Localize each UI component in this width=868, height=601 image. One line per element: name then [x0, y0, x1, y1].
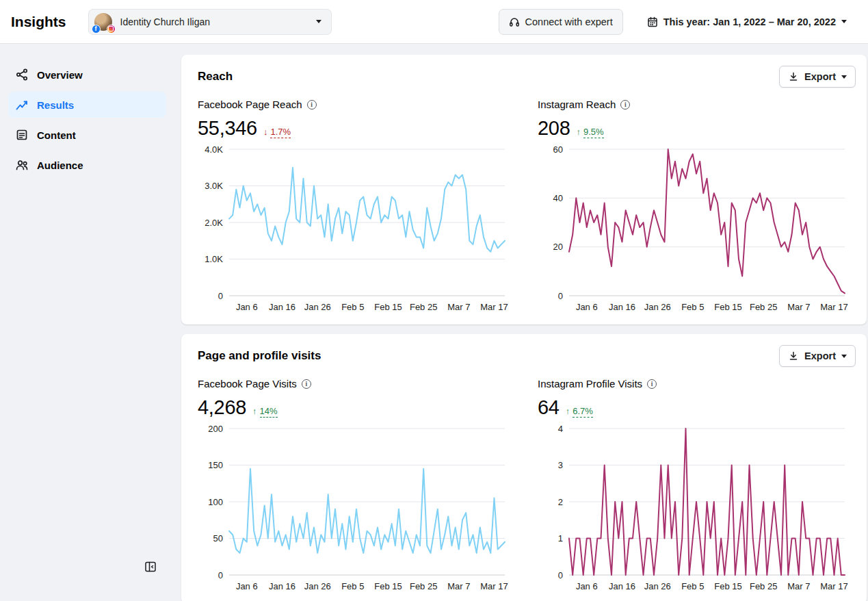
metric-value: 64	[538, 396, 560, 419]
metric-delta: ↑ 9.5%	[577, 127, 604, 138]
sidebar-item-content[interactable]: Content	[8, 122, 166, 148]
trend-arrow-icon: ↓	[263, 127, 268, 137]
trend-arrow-icon: ↑	[252, 406, 257, 416]
chevron-down-icon	[841, 75, 847, 79]
instagram-profile-visits-block: Instagram Profile Visits i 64 ↑ 6.7% 012…	[538, 368, 850, 594]
metric-value: 4,268	[198, 396, 246, 419]
selected-page-name: Identity Church Iligan	[120, 16, 309, 27]
svg-text:150: 150	[208, 460, 223, 470]
svg-text:Jan 16: Jan 16	[269, 302, 295, 312]
svg-text:Feb 25: Feb 25	[410, 581, 437, 591]
download-icon	[788, 350, 799, 361]
overview-nodes-icon	[15, 68, 29, 81]
svg-text:60: 60	[553, 144, 563, 155]
card-title: Page and profile visits	[198, 349, 321, 363]
info-icon[interactable]: i	[307, 100, 317, 110]
svg-text:Jan 26: Jan 26	[304, 581, 331, 591]
trend-arrow-icon: ↑	[577, 127, 581, 137]
svg-text:Jan 26: Jan 26	[644, 581, 671, 591]
results-trend-icon	[15, 98, 29, 112]
svg-text:Jan 6: Jan 6	[236, 581, 258, 591]
svg-text:Feb 5: Feb 5	[341, 581, 364, 591]
svg-text:Mar 17: Mar 17	[480, 581, 508, 591]
svg-text:Feb 5: Feb 5	[681, 581, 704, 591]
metric-delta: ↑ 6.7%	[566, 406, 593, 418]
sidebar-item-overview[interactable]: Overview	[8, 62, 166, 88]
instagram-reach-block: Instagram Reach i 208 ↑ 9.5% 0204060Jan …	[538, 89, 850, 315]
info-icon[interactable]: i	[620, 100, 630, 110]
facebook-page-reach-chart: 01.0K2.0K3.0K4.0KJan 6Jan 16Jan 26Feb 5F…	[198, 142, 510, 315]
svg-text:Mar 17: Mar 17	[820, 302, 847, 312]
svg-text:40: 40	[553, 193, 563, 203]
svg-text:50: 50	[213, 533, 223, 544]
svg-text:Jan 16: Jan 16	[269, 581, 295, 591]
delta-percentage: 9.5%	[583, 127, 604, 138]
calendar-icon	[647, 16, 658, 27]
facebook-badge-icon: f	[92, 25, 101, 34]
main-content: Reach Export Facebook Page Reach i	[173, 44, 868, 601]
info-icon[interactable]: i	[647, 379, 657, 389]
info-icon[interactable]: i	[302, 379, 311, 389]
connect-expert-button[interactable]: Connect with expert	[499, 9, 623, 35]
avatar: f	[93, 12, 114, 32]
svg-text:Jan 26: Jan 26	[304, 302, 331, 312]
audience-people-icon	[15, 158, 29, 172]
svg-text:2.0K: 2.0K	[205, 218, 223, 228]
trend-arrow-icon: ↑	[566, 406, 570, 416]
connect-expert-label: Connect with expert	[525, 16, 613, 27]
sidebar-item-results[interactable]: Results	[8, 92, 166, 118]
svg-text:Mar 7: Mar 7	[447, 581, 470, 591]
svg-text:Feb 25: Feb 25	[410, 302, 437, 312]
svg-text:0: 0	[218, 570, 223, 580]
reach-card: Reach Export Facebook Page Reach i	[181, 55, 867, 324]
svg-text:Mar 7: Mar 7	[787, 302, 810, 312]
content-document-icon	[15, 128, 29, 142]
export-button[interactable]: Export	[779, 345, 856, 367]
chart-title: Facebook Page Visits	[198, 378, 297, 389]
svg-text:1.0K: 1.0K	[205, 254, 223, 264]
svg-text:3: 3	[558, 460, 563, 470]
svg-text:2: 2	[558, 497, 563, 507]
chevron-down-icon	[316, 20, 321, 23]
svg-text:Feb 15: Feb 15	[714, 581, 741, 591]
page-selector-dropdown[interactable]: f Identity Church Iligan	[88, 9, 332, 35]
svg-text:Feb 15: Feb 15	[714, 302, 741, 312]
sidebar-item-audience[interactable]: Audience	[8, 152, 166, 178]
date-range-selector[interactable]: This year: Jan 1, 2022 – Mar 20, 2022	[637, 9, 857, 35]
svg-text:4.0K: 4.0K	[205, 144, 223, 155]
date-range-label: This year: Jan 1, 2022 – Mar 20, 2022	[663, 16, 836, 27]
sidebar-collapse-button[interactable]	[142, 559, 159, 576]
visits-card: Page and profile visits Export Facebook …	[181, 334, 867, 601]
svg-text:100: 100	[208, 497, 223, 507]
svg-text:Jan 6: Jan 6	[236, 302, 258, 312]
instagram-badge-icon	[107, 25, 116, 34]
svg-text:Feb 15: Feb 15	[374, 581, 402, 591]
page-title: Insights	[11, 14, 66, 30]
svg-text:Feb 25: Feb 25	[750, 302, 777, 312]
svg-text:Jan 26: Jan 26	[644, 302, 671, 312]
delta-percentage: 14%	[260, 406, 278, 418]
export-button[interactable]: Export	[779, 66, 856, 88]
chart-title: Instagram Profile Visits	[538, 378, 642, 389]
svg-text:Jan 6: Jan 6	[576, 581, 598, 591]
svg-text:3.0K: 3.0K	[205, 181, 223, 191]
svg-text:Jan 16: Jan 16	[609, 581, 635, 591]
headset-icon	[509, 16, 520, 27]
sidebar-item-label: Audience	[37, 159, 83, 171]
top-bar: Insights f Identity Church Iligan Connec…	[0, 0, 868, 44]
svg-text:Jan 6: Jan 6	[576, 302, 598, 312]
export-label: Export	[804, 71, 836, 82]
svg-text:Mar 17: Mar 17	[480, 302, 508, 312]
sidebar-item-label: Content	[37, 129, 76, 141]
instagram-profile-visits-chart: 01234Jan 6Jan 16Jan 26Feb 5Feb 15Feb 25M…	[538, 422, 850, 594]
svg-text:0: 0	[218, 291, 223, 301]
svg-text:Feb 5: Feb 5	[341, 302, 364, 312]
export-label: Export	[804, 350, 836, 361]
svg-text:0: 0	[558, 291, 563, 301]
facebook-page-reach-block: Facebook Page Reach i 55,346 ↓ 1.7% 01.0…	[198, 89, 510, 315]
chevron-down-icon	[841, 20, 847, 23]
svg-text:4: 4	[558, 424, 563, 434]
delta-percentage: 1.7%	[270, 127, 291, 138]
svg-text:Jan 16: Jan 16	[609, 302, 635, 312]
delta-percentage: 6.7%	[573, 406, 593, 418]
